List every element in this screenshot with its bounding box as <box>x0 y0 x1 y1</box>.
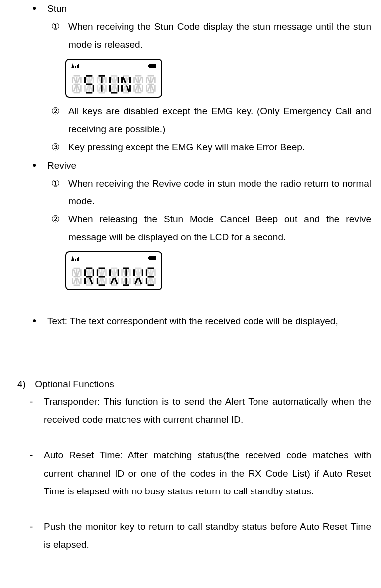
signal-icon <box>71 256 79 261</box>
section-4-num: 4) <box>17 375 32 393</box>
section-4-item-3: Push the monitor key to return to call s… <box>44 518 371 554</box>
lcd-revive-text <box>71 267 156 286</box>
lcd-stun-text <box>71 75 156 94</box>
section-4-item-2: Auto Reset Time: After matching status(t… <box>44 446 371 500</box>
revive-item-2: When releasing the Stun Mode Cancel Beep… <box>68 210 371 246</box>
stun-list: When receiving the Stun Code display the… <box>47 18 371 54</box>
signal-icon <box>71 63 79 68</box>
stun-item-1: When receiving the Stun Code display the… <box>68 18 371 54</box>
section-4-title: Optional Functions <box>35 379 114 389</box>
battery-icon <box>149 256 156 260</box>
battery-icon <box>149 64 156 68</box>
revive-label: Revive <box>47 160 76 171</box>
revive-item-1: When receiving the Revive code in stun m… <box>68 175 371 210</box>
stun-bullet: Stun When receiving the Stun Code displa… <box>47 0 371 157</box>
section-4-item-1: Transponder: This function is to send th… <box>44 393 371 429</box>
stun-label: Stun <box>47 3 67 14</box>
text-bullet: Text: The text correspondent with the re… <box>47 312 371 330</box>
revive-bullet: Revive When receiving the Revive code in… <box>47 157 371 290</box>
document-content: Stun When receiving the Stun Code displa… <box>10 0 371 290</box>
text-bullet-content: Text: The text correspondent with the re… <box>47 316 338 326</box>
stun-item-3: Key pressing except the EMG Key will mak… <box>68 138 371 156</box>
stun-item-2: All keys are disabled except the EMG key… <box>68 102 371 138</box>
section-4-heading: 4) Optional Functions <box>10 375 371 393</box>
stun-list-cont: All keys are disabled except the EMG key… <box>47 102 371 156</box>
section-4-list: Transponder: This function is to send th… <box>10 393 371 554</box>
revive-list: When receiving the Revive code in stun m… <box>47 175 371 246</box>
lcd-stun-display <box>65 59 162 98</box>
lcd-revive-display <box>65 251 162 290</box>
